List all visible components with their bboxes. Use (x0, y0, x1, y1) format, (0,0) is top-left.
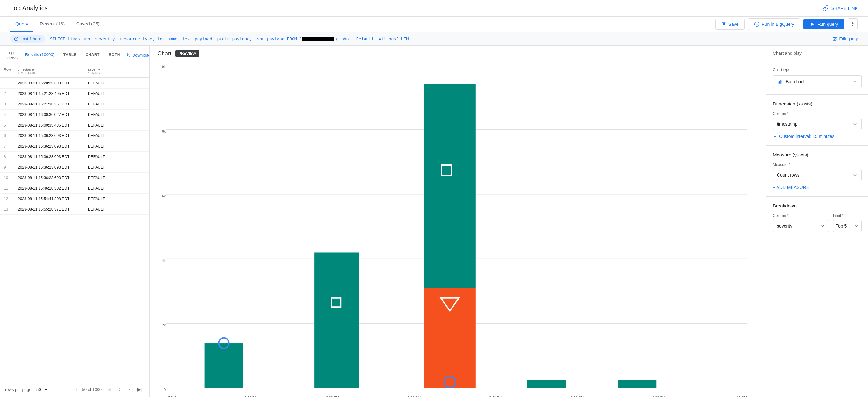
tab-query[interactable]: Query (10, 17, 33, 32)
table-row[interactable]: 6 2023-08-11 15:36:23.693 EDT DEFAULT (0, 131, 150, 141)
td-timestamp: 2023-08-11 15:55:28.371 EDT (14, 204, 84, 215)
td-row-num: 3 (0, 99, 14, 109)
td-row-num: 13 (0, 204, 14, 215)
td-timestamp: 2023-08-11 15:36:23.693 EDT (14, 173, 84, 183)
chart-area: 10k 8k 6k 4k 2k 0 (150, 62, 766, 397)
tab-both[interactable]: BOTH (105, 48, 124, 62)
last-page-btn[interactable]: ▶| (135, 385, 144, 394)
share-link-btn[interactable]: SHARE LINK (823, 5, 858, 11)
chart-type-chevron-icon (852, 79, 858, 84)
link-icon (823, 5, 829, 11)
column-select[interactable]: timestamp (773, 118, 862, 130)
custom-interval-btn[interactable]: Custom interval: 15 minutes (773, 134, 862, 139)
prev-page-btn[interactable]: ‹ (114, 385, 124, 394)
col-header-row: Row (0, 65, 14, 77)
breakdown-limit-chevron-icon (854, 224, 859, 228)
pagination-nav: |◀ ‹ › ▶| (104, 385, 144, 394)
tab-recent[interactable]: Recent (16) (35, 17, 70, 32)
table-row[interactable]: 3 2023-08-11 15:21:38.351 EDT DEFAULT (0, 99, 150, 110)
table-row[interactable]: 8 2023-08-11 15:36:23.693 EDT DEFAULT (0, 152, 150, 162)
table-row[interactable]: 12 2023-08-11 15:54:41.208 EDT DEFAULT (0, 194, 150, 204)
chart-type-select[interactable]: Bar chart (773, 75, 862, 88)
breakdown-column-value: severity (777, 223, 792, 228)
run-in-bigquery-button[interactable]: Run in BigQuery (748, 19, 801, 30)
breakdown-limit-label: Limit * (833, 214, 862, 218)
table-row[interactable]: 1 2023-08-11 15:20:35.393 EDT DEFAULT (0, 78, 150, 89)
tab-chart[interactable]: CHART (82, 48, 103, 62)
measure-label: Measure (y-axis) (773, 152, 862, 157)
td-row-num: 7 (0, 141, 14, 151)
query-text: SELECT timestamp, severity, resource.typ… (50, 36, 302, 41)
svg-rect-28 (779, 81, 780, 84)
chart-type-value: Bar chart (786, 79, 849, 84)
td-row-num: 1 (0, 78, 14, 88)
edit-icon (833, 37, 837, 41)
dimension-label: Dimension (x-axis) (773, 101, 862, 106)
breakdown-section: Breakdown Column * severity Limit * Top … (766, 197, 868, 238)
svg-rect-12 (314, 252, 360, 388)
edit-query-btn[interactable]: Edit query (833, 36, 858, 41)
y-label-8k: 8k (162, 129, 166, 133)
column-select-wrapper: timestamp (773, 118, 862, 130)
y-label-0: 0 (164, 388, 166, 392)
tab-table[interactable]: TABLE (60, 48, 81, 62)
x-label-350: 3:50 PM (571, 396, 584, 397)
download-btn[interactable]: Download (125, 53, 150, 58)
table-row[interactable]: 5 2023-08-11 16:00:35.436 EDT DEFAULT (0, 120, 150, 131)
table-row[interactable]: 4 2023-08-11 16:00:36.027 EDT DEFAULT (0, 110, 150, 120)
chart-title: Chart (157, 50, 172, 57)
app-title: Log Analytics (10, 4, 48, 12)
x-label-330: 3:30 PM (408, 396, 421, 397)
breakdown-column-select[interactable]: severity (773, 220, 829, 232)
table-row[interactable]: 11 2023-08-11 15:46:18.302 EDT DEFAULT (0, 183, 150, 194)
td-severity: DEFAULT (84, 162, 150, 173)
tab-saved[interactable]: Saved (25) (71, 17, 104, 32)
chart-and-play-section: Chart and play (766, 45, 868, 61)
td-timestamp: 2023-08-11 15:36:23.693 EDT (14, 152, 84, 162)
td-severity: DEFAULT (84, 183, 150, 193)
table-row[interactable]: 10 2023-08-11 15:36:23.693 EDT DEFAULT (0, 173, 150, 183)
y-label-6k: 6k (162, 194, 166, 198)
page-info: 1 – 50 of 1000 (75, 387, 102, 392)
td-timestamp: 2023-08-11 16:00:35.436 EDT (14, 120, 84, 130)
download-label: Download (132, 53, 150, 58)
td-timestamp: 2023-08-11 15:54:41.208 EDT (14, 194, 84, 204)
breakdown-column-chevron-icon (820, 223, 825, 228)
tabs-bar: Query Recent (16) Saved (25) Save Run in… (0, 17, 868, 32)
query-suffix: .global._Default._AllLogs’ LIM... (334, 36, 416, 41)
query-bar: Last 1 hour SELECT timestamp, severity, … (0, 32, 868, 45)
tab-results[interactable]: Results (10000) (21, 48, 58, 62)
svg-rect-15 (424, 84, 476, 288)
add-measure-btn[interactable]: + ADD MEASURE (773, 185, 862, 190)
custom-interval-label: Custom interval: 15 minutes (779, 134, 835, 139)
td-severity: DEFAULT (84, 204, 150, 215)
measure-select[interactable]: Count rows (773, 169, 862, 181)
save-button[interactable]: Save (715, 19, 745, 30)
measure-select-wrapper: Count rows (773, 169, 862, 181)
td-row-num: 4 (0, 110, 14, 120)
bar-chart-svg (166, 65, 747, 388)
first-page-btn[interactable]: |◀ (104, 385, 114, 394)
td-row-num: 12 (0, 194, 14, 204)
rows-per-page-select[interactable]: 50100200 (35, 387, 49, 392)
svg-rect-27 (777, 82, 778, 84)
up-down-stepper[interactable]: ▲ ▼ (847, 19, 858, 30)
table-row[interactable]: 9 2023-08-11 15:36:23.693 EDT DEFAULT (0, 162, 150, 173)
column-value: timestamp (777, 121, 798, 126)
svg-rect-20 (618, 380, 657, 388)
td-timestamp: 2023-08-11 16:00:36.027 EDT (14, 110, 84, 120)
breakdown-limit-select[interactable]: Top 5 (833, 220, 862, 232)
td-row-num: 6 (0, 131, 14, 141)
time-filter-badge[interactable]: Last 1 hour (10, 35, 45, 43)
table-row[interactable]: 7 2023-08-11 15:36:23.693 EDT DEFAULT (0, 141, 150, 152)
table-row[interactable]: 2 2023-08-11 15:21:28.495 EDT DEFAULT (0, 89, 150, 99)
td-timestamp: 2023-08-11 15:46:18.302 EDT (14, 183, 84, 193)
run-query-button[interactable]: Run query (803, 19, 844, 29)
measure-chevron-icon (852, 173, 858, 178)
measure-value: Count rows (777, 173, 800, 178)
table-row[interactable]: 13 2023-08-11 15:55:28.371 EDT DEFAULT (0, 204, 150, 215)
td-row-num: 11 (0, 183, 14, 193)
next-page-btn[interactable]: › (125, 385, 134, 394)
svg-rect-14 (424, 288, 476, 388)
table-body: 1 2023-08-11 15:20:35.393 EDT DEFAULT 2 … (0, 78, 150, 382)
